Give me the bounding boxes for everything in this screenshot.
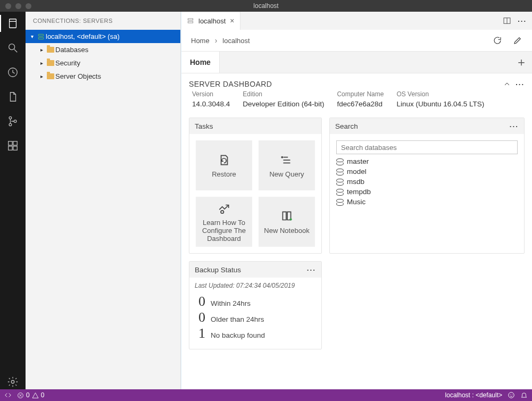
chevron-right-icon: › [215,36,218,45]
add-widget-button[interactable]: ＋ [511,52,532,73]
backup-status-widget: Backup Status ··· Last Updated: 07:24:34… [189,261,322,349]
svg-rect-14 [38,37,43,39]
activity-history-icon[interactable] [5,65,20,80]
folder-icon [46,73,55,79]
svg-point-30 [510,394,511,395]
svg-rect-15 [188,19,193,20]
activity-extensions-icon[interactable] [5,138,20,153]
backup-last-updated: Last Updated: 07:24:34 04/05/2019 [189,278,321,290]
dashboard-body: SERVER DASHBOARD ··· Version 14.0.3048.4… [181,73,532,389]
task-configure-dashboard[interactable]: Learn How To Configure The Dashboard [196,197,252,247]
activity-settings-icon[interactable] [5,374,20,389]
svg-point-5 [9,116,12,119]
status-connection[interactable]: localhost : <default> [445,391,502,399]
svg-rect-9 [13,141,17,145]
svg-point-31 [512,394,512,395]
svg-point-29 [509,392,514,398]
svg-point-12 [11,380,14,383]
close-tab-icon[interactable]: × [230,16,234,25]
activity-search-icon[interactable] [5,40,20,55]
restore-icon [217,153,231,167]
status-feedback-icon[interactable] [508,391,515,399]
database-item[interactable]: Music [336,198,518,206]
tab-localhost[interactable]: localhost × [181,12,240,30]
close-window-icon[interactable] [5,3,11,9]
svg-rect-10 [9,146,12,150]
notebook-icon [280,210,294,223]
server-properties: Version 14.0.3048.4 Edition Developer Ed… [189,90,525,108]
collapse-section-icon[interactable] [503,80,511,88]
activity-connections-icon[interactable] [5,16,20,31]
server-label: localhost, <default> (sa) [46,32,120,40]
prop-computer-name: Computer Name fdec67e6a28d [337,90,384,108]
svg-point-22 [281,156,282,157]
expand-icon[interactable]: ▸ [40,73,46,79]
svg-point-2 [9,44,15,50]
database-item[interactable]: tempdb [336,188,518,196]
activity-bar [0,12,26,389]
status-notifications-icon[interactable] [520,391,528,399]
task-new-query[interactable]: New Query [259,140,315,190]
editor-tabs: localhost × ··· [181,12,532,30]
database-item[interactable]: model [336,168,518,176]
tree-node-databases[interactable]: ▸ Databases [26,43,180,56]
svg-point-23 [221,210,223,213]
svg-rect-8 [9,141,12,145]
editor-more-icon[interactable]: ··· [518,17,527,25]
breadcrumb: Home › localhost [181,30,532,51]
svg-line-3 [14,49,18,53]
connections-sidebar: CONNECTIONS: SERVERS ▾ localhost, <defau… [26,12,181,389]
refresh-icon[interactable] [493,36,502,45]
window-controls[interactable] [0,3,31,9]
configure-icon [217,202,231,215]
activity-source-control-icon[interactable] [5,114,20,129]
search-widget-more-icon[interactable]: ··· [510,122,519,130]
database-icon [336,179,344,185]
window-titlebar: localhost [0,0,532,12]
database-icon [336,169,344,175]
prop-os-version: OS Version Linux (Ubuntu 16.04.5 LTS) [396,90,484,108]
tree-node-label: Databases [55,46,88,54]
dashboard-more-icon[interactable]: ··· [516,80,525,88]
collapse-icon[interactable]: ▾ [31,34,36,39]
activity-explorer-icon[interactable] [5,89,20,104]
editor-group: localhost × ··· Home › localhost Home ＋ … [181,12,532,389]
server-icon [36,33,46,40]
task-restore[interactable]: Restore [196,140,252,190]
window-title: localhost [253,2,278,10]
dashboard-toolbar: Home ＋ [181,51,532,73]
tree-node-label: Security [55,59,80,67]
expand-icon[interactable]: ▸ [40,60,46,66]
status-remote-icon[interactable] [4,391,12,399]
tree-node-security[interactable]: ▸ Security [26,56,180,70]
svg-rect-13 [38,34,43,36]
database-item[interactable]: master [336,157,518,165]
dashboard-title: SERVER DASHBOARD [189,80,272,88]
server-tree: ▾ localhost, <default> (sa) ▸ Databases … [26,30,180,389]
home-tab[interactable]: Home [181,52,220,73]
search-widget-title: Search [335,122,358,130]
breadcrumb-home[interactable]: Home [191,37,210,45]
status-problems[interactable]: 0 0 [17,391,44,399]
edit-icon[interactable] [513,36,522,45]
backup-widget-title: Backup Status [195,266,241,274]
search-databases-input[interactable] [336,140,518,154]
server-node[interactable]: ▾ localhost, <default> (sa) [26,30,180,43]
backup-widget-more-icon[interactable]: ··· [307,266,316,274]
search-widget: Search ··· master model msdb tempdb Musi… [329,118,525,254]
database-item[interactable]: msdb [336,178,518,186]
svg-rect-11 [13,146,17,150]
server-icon [187,17,194,24]
tree-node-server-objects[interactable]: ▸ Server Objects [26,70,180,83]
task-new-notebook[interactable]: New Notebook [259,197,315,247]
breadcrumb-current[interactable]: localhost [222,37,250,45]
tab-label: localhost [198,17,226,25]
minimize-window-icon[interactable] [15,3,21,9]
tasks-widget: Tasks Restore New Query [189,118,322,254]
expand-icon[interactable]: ▸ [40,47,46,53]
svg-point-7 [14,120,16,123]
split-editor-icon[interactable] [503,16,511,25]
svg-rect-16 [188,21,193,23]
query-icon [280,153,294,167]
maximize-window-icon[interactable] [26,3,31,9]
